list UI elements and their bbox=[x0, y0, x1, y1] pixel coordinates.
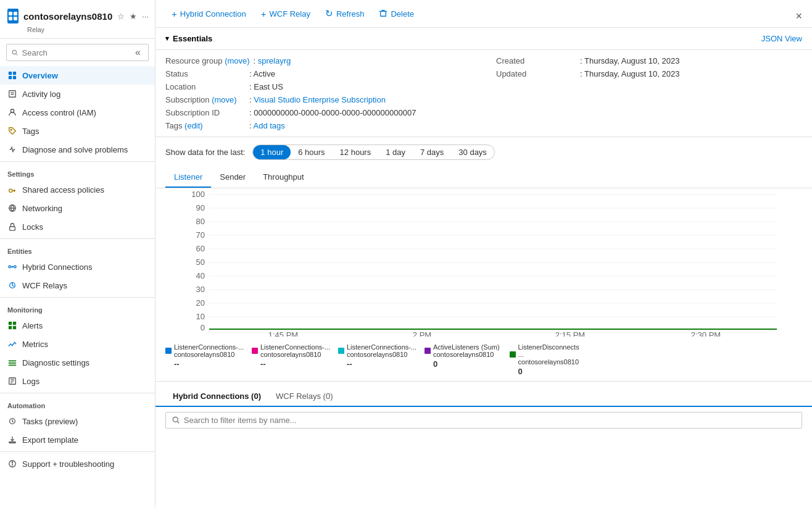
essentials-tags: Tags (edit) : Add tags bbox=[165, 121, 471, 130]
bottom-tab-wcf-relays[interactable]: WCF Relays (0) bbox=[268, 387, 340, 407]
subscription-link[interactable]: Visual Studio Enterprise Subscription bbox=[254, 95, 386, 104]
nav-activity-log[interactable]: Activity log bbox=[0, 85, 155, 103]
legend-dot-lc1 bbox=[165, 348, 172, 354]
nav-diagnose[interactable]: Diagnose and solve problems bbox=[0, 140, 155, 159]
activity-log-icon bbox=[7, 89, 17, 99]
time-pill-6h[interactable]: 6 hours bbox=[291, 145, 332, 159]
nav-hybrid-connections[interactable]: Hybrid Connections bbox=[0, 258, 155, 276]
add-hybrid-connection-button[interactable]: + Hybrid Connection bbox=[165, 6, 252, 22]
pin-icon[interactable]: ☆ bbox=[117, 12, 125, 21]
divider-entities bbox=[0, 238, 155, 239]
nav-tags[interactable]: Tags bbox=[0, 122, 155, 140]
svg-point-4 bbox=[12, 50, 17, 54]
close-button[interactable]: × bbox=[795, 10, 802, 23]
bottom-tab-hybrid-connections[interactable]: Hybrid Connections (0) bbox=[165, 387, 268, 407]
svg-point-13 bbox=[10, 109, 14, 112]
access-control-icon bbox=[7, 107, 17, 117]
svg-text:20: 20 bbox=[196, 298, 205, 308]
nav-alerts[interactable]: Alerts bbox=[0, 316, 155, 335]
sidebar-header: contosorelayns0810 ☆ ★ ··· Relay bbox=[0, 0, 155, 39]
essentials-chevron-icon[interactable]: ▾ bbox=[165, 35, 169, 43]
delete-button[interactable]: Delete bbox=[373, 6, 420, 22]
nav-access-control[interactable]: Access control (IAM) bbox=[0, 103, 155, 122]
essentials-subscription-id: Subscription ID : 0000000000-0000-0000-0… bbox=[165, 108, 471, 117]
svg-rect-3 bbox=[14, 17, 17, 20]
chart-tab-listener[interactable]: Listener bbox=[165, 167, 211, 188]
logs-icon bbox=[7, 376, 17, 386]
time-pills: 1 hour 6 hours 12 hours 1 day 7 days 30 … bbox=[252, 145, 495, 160]
nav-shared-access[interactable]: Shared access policies bbox=[0, 180, 155, 199]
nav-tasks-preview[interactable]: Tasks (preview) bbox=[0, 412, 155, 430]
svg-point-36 bbox=[12, 462, 12, 463]
search-input[interactable] bbox=[22, 48, 130, 57]
time-pill-7d[interactable]: 7 days bbox=[413, 145, 451, 159]
filter-search-input[interactable] bbox=[184, 416, 795, 425]
nav-logs[interactable]: Logs bbox=[0, 372, 155, 390]
export-template-icon bbox=[7, 435, 17, 445]
nav-support[interactable]: Support + troubleshooting bbox=[0, 455, 155, 473]
refresh-button[interactable]: ↻ Refresh bbox=[319, 5, 371, 22]
section-entities: Entities bbox=[0, 241, 155, 258]
chart-tab-sender[interactable]: Sender bbox=[211, 167, 254, 188]
tags-icon bbox=[7, 126, 17, 136]
metrics-label: Metrics bbox=[22, 340, 48, 349]
add-wcf-relay-icon: + bbox=[261, 9, 267, 19]
section-monitoring: Monitoring bbox=[0, 300, 155, 316]
add-tags-link[interactable]: Add tags bbox=[254, 121, 285, 130]
nav-metrics[interactable]: Metrics bbox=[0, 335, 155, 353]
svg-rect-1 bbox=[14, 12, 17, 15]
nav-networking[interactable]: Networking bbox=[0, 199, 155, 217]
subscription-move-link[interactable]: (move) bbox=[212, 95, 236, 104]
nav-locks[interactable]: Locks bbox=[0, 217, 155, 236]
chart-tab-throughput[interactable]: Throughput bbox=[254, 167, 313, 188]
bottom-tabs: Hybrid Connections (0) WCF Relays (0) bbox=[155, 387, 812, 407]
legend-text-ld: ListenerDisconnects ...contosorelayns081… bbox=[518, 343, 586, 366]
time-pill-30d[interactable]: 30 days bbox=[451, 145, 494, 159]
add-wcf-relay-button[interactable]: + WCF Relay bbox=[255, 6, 317, 22]
json-view-link[interactable]: JSON View bbox=[761, 34, 802, 43]
svg-point-19 bbox=[14, 266, 17, 268]
svg-text:80: 80 bbox=[196, 217, 205, 226]
resource-group-link[interactable]: sprelayrg bbox=[258, 56, 291, 65]
time-pill-1d[interactable]: 1 day bbox=[378, 145, 413, 159]
resource-group-move-link[interactable]: (move) bbox=[225, 56, 249, 65]
star-icon[interactable]: ★ bbox=[130, 12, 137, 21]
filter-search-icon bbox=[172, 416, 180, 424]
divider-settings bbox=[0, 161, 155, 162]
legend-item-ld: ListenerDisconnects ...contosorelayns081… bbox=[510, 343, 586, 376]
svg-point-66 bbox=[173, 417, 178, 422]
svg-line-67 bbox=[177, 421, 179, 423]
locks-icon bbox=[7, 222, 17, 232]
svg-rect-34 bbox=[9, 442, 16, 443]
more-icon[interactable]: ··· bbox=[142, 12, 149, 21]
legend-dot-al bbox=[425, 348, 431, 354]
filter-search[interactable] bbox=[165, 412, 802, 429]
legend-text-lc1: ListenerConnections-...contosorelayns081… bbox=[174, 343, 242, 358]
legend-item-lc2: ListenerConnections-...contosorelayns081… bbox=[252, 343, 328, 376]
svg-point-18 bbox=[9, 266, 11, 268]
logs-label: Logs bbox=[22, 377, 39, 386]
networking-icon bbox=[7, 203, 17, 213]
divider-monitoring bbox=[0, 297, 155, 298]
svg-rect-9 bbox=[13, 76, 16, 79]
tags-edit-link[interactable]: (edit) bbox=[184, 121, 203, 130]
nav-export-template[interactable]: Export template bbox=[0, 430, 155, 449]
svg-line-5 bbox=[16, 54, 17, 55]
search-box[interactable]: « bbox=[6, 44, 149, 61]
divider-support bbox=[0, 451, 155, 452]
svg-text:2:30 PM: 2:30 PM bbox=[691, 330, 721, 337]
nav-wcf-relays[interactable]: WCF Relays bbox=[0, 276, 155, 295]
svg-text:50: 50 bbox=[196, 258, 205, 267]
legend-value-lc1: -- bbox=[174, 359, 242, 369]
svg-text:70: 70 bbox=[196, 230, 205, 240]
support-label: Support + troubleshooting bbox=[22, 459, 114, 469]
access-control-label: Access control (IAM) bbox=[22, 108, 96, 117]
diagnose-icon bbox=[7, 145, 17, 154]
svg-rect-22 bbox=[9, 322, 12, 325]
legend-value-ld: 0 bbox=[518, 367, 586, 376]
time-pill-1h[interactable]: 1 hour bbox=[253, 145, 291, 159]
nav-overview[interactable]: Overview bbox=[0, 66, 155, 85]
collapse-sidebar-button[interactable]: « bbox=[133, 47, 143, 58]
nav-diagnostic-settings[interactable]: Diagnostic settings bbox=[0, 353, 155, 372]
time-pill-12h[interactable]: 12 hours bbox=[333, 145, 379, 159]
